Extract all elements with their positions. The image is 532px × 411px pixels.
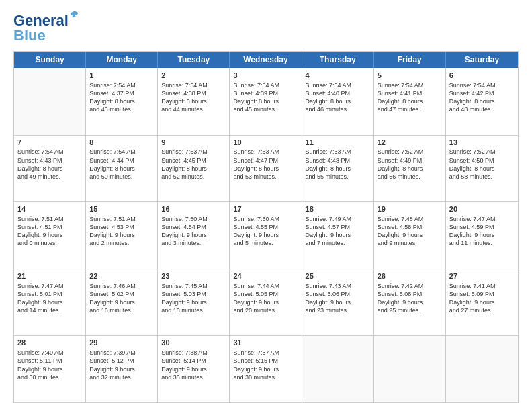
- logo-general: General: [13, 12, 69, 29]
- header-day-wednesday: Wednesday: [230, 52, 302, 68]
- cal-cell-6: 6Sunrise: 7:54 AMSunset: 4:42 PMDaylight…: [446, 68, 518, 135]
- day-number: 25: [306, 271, 370, 281]
- day-number: 11: [306, 138, 370, 148]
- day-number: 16: [161, 204, 226, 214]
- cal-cell-14: 14Sunrise: 7:51 AMSunset: 4:51 PMDayligh…: [14, 202, 86, 269]
- empty-cell: [14, 68, 86, 135]
- cell-info: Sunrise: 7:52 AMSunset: 4:49 PMDaylight:…: [378, 148, 442, 181]
- cell-info: Sunrise: 7:40 AMSunset: 5:11 PMDaylight:…: [17, 349, 82, 381]
- cal-cell-21: 21Sunrise: 7:47 AMSunset: 5:01 PMDayligh…: [14, 269, 86, 336]
- day-number: 21: [17, 271, 82, 281]
- day-number: 26: [378, 271, 442, 281]
- cal-cell-15: 15Sunrise: 7:51 AMSunset: 4:53 PMDayligh…: [86, 202, 158, 269]
- day-number: 7: [17, 138, 82, 148]
- cell-info: Sunrise: 7:38 AMSunset: 5:14 PMDaylight:…: [161, 349, 226, 381]
- cell-info: Sunrise: 7:51 AMSunset: 4:51 PMDaylight:…: [17, 215, 82, 248]
- cell-info: Sunrise: 7:54 AMSunset: 4:42 PMDaylight:…: [449, 81, 515, 114]
- cal-cell-29: 29Sunrise: 7:39 AMSunset: 5:12 PMDayligh…: [86, 336, 158, 402]
- cal-cell-9: 9Sunrise: 7:53 AMSunset: 4:45 PMDaylight…: [158, 136, 230, 202]
- cal-row-3: 21Sunrise: 7:47 AMSunset: 5:01 PMDayligh…: [14, 269, 518, 336]
- cell-info: Sunrise: 7:54 AMSunset: 4:41 PMDaylight:…: [378, 81, 442, 114]
- cell-info: Sunrise: 7:37 AMSunset: 5:15 PMDaylight:…: [233, 349, 298, 381]
- cal-cell-8: 8Sunrise: 7:54 AMSunset: 4:44 PMDaylight…: [86, 136, 158, 202]
- day-number: 24: [233, 271, 298, 281]
- day-number: 9: [161, 138, 226, 148]
- cell-info: Sunrise: 7:54 AMSunset: 4:38 PMDaylight:…: [161, 81, 226, 114]
- cal-cell-1: 1Sunrise: 7:54 AMSunset: 4:37 PMDaylight…: [86, 68, 158, 135]
- cell-info: Sunrise: 7:43 AMSunset: 5:06 PMDaylight:…: [306, 282, 370, 315]
- header-day-sunday: Sunday: [14, 52, 86, 68]
- calendar-body: 1Sunrise: 7:54 AMSunset: 4:37 PMDaylight…: [14, 68, 518, 402]
- day-number: 5: [378, 71, 442, 81]
- cal-cell-11: 11Sunrise: 7:53 AMSunset: 4:48 PMDayligh…: [302, 136, 374, 202]
- cal-cell-31: 31Sunrise: 7:37 AMSunset: 5:15 PMDayligh…: [230, 336, 302, 402]
- cal-row-4: 28Sunrise: 7:40 AMSunset: 5:11 PMDayligh…: [14, 335, 518, 402]
- cell-info: Sunrise: 7:53 AMSunset: 4:48 PMDaylight:…: [306, 148, 370, 181]
- empty-cell: [302, 336, 374, 402]
- cal-row-2: 14Sunrise: 7:51 AMSunset: 4:51 PMDayligh…: [14, 201, 518, 269]
- cell-info: Sunrise: 7:42 AMSunset: 5:08 PMDaylight:…: [378, 282, 442, 315]
- cal-cell-30: 30Sunrise: 7:38 AMSunset: 5:14 PMDayligh…: [158, 336, 230, 402]
- day-number: 12: [378, 138, 442, 148]
- header-day-saturday: Saturday: [446, 52, 518, 68]
- day-number: 22: [89, 271, 154, 281]
- day-number: 15: [89, 204, 154, 214]
- cell-info: Sunrise: 7:54 AMSunset: 4:44 PMDaylight:…: [89, 148, 154, 181]
- day-number: 19: [378, 204, 442, 214]
- cell-info: Sunrise: 7:54 AMSunset: 4:37 PMDaylight:…: [89, 81, 154, 114]
- cell-info: Sunrise: 7:51 AMSunset: 4:53 PMDaylight:…: [89, 215, 154, 248]
- cal-cell-23: 23Sunrise: 7:45 AMSunset: 5:03 PMDayligh…: [158, 269, 230, 336]
- cell-info: Sunrise: 7:47 AMSunset: 4:59 PMDaylight:…: [449, 215, 515, 248]
- header-day-monday: Monday: [86, 52, 158, 68]
- cal-cell-25: 25Sunrise: 7:43 AMSunset: 5:06 PMDayligh…: [302, 269, 374, 336]
- day-number: 1: [89, 71, 154, 81]
- cell-info: Sunrise: 7:54 AMSunset: 4:40 PMDaylight:…: [306, 81, 370, 114]
- day-number: 3: [233, 71, 298, 81]
- day-number: 10: [233, 138, 298, 148]
- day-number: 13: [449, 138, 515, 148]
- cell-info: Sunrise: 7:41 AMSunset: 5:09 PMDaylight:…: [449, 282, 515, 315]
- cal-cell-16: 16Sunrise: 7:50 AMSunset: 4:54 PMDayligh…: [158, 202, 230, 269]
- logo-bird-icon: [67, 9, 79, 21]
- cal-cell-24: 24Sunrise: 7:44 AMSunset: 5:05 PMDayligh…: [230, 269, 302, 336]
- cell-info: Sunrise: 7:54 AMSunset: 4:43 PMDaylight:…: [17, 148, 82, 181]
- cell-info: Sunrise: 7:52 AMSunset: 4:50 PMDaylight:…: [449, 148, 515, 181]
- cal-row-0: 1Sunrise: 7:54 AMSunset: 4:37 PMDaylight…: [14, 68, 518, 135]
- cell-info: Sunrise: 7:50 AMSunset: 4:55 PMDaylight:…: [233, 215, 298, 248]
- day-number: 2: [161, 71, 226, 81]
- cell-info: Sunrise: 7:54 AMSunset: 4:39 PMDaylight:…: [233, 81, 298, 114]
- cell-info: Sunrise: 7:53 AMSunset: 4:45 PMDaylight:…: [161, 148, 226, 181]
- day-number: 18: [306, 204, 370, 214]
- day-number: 20: [449, 204, 515, 214]
- cal-cell-3: 3Sunrise: 7:54 AMSunset: 4:39 PMDaylight…: [230, 68, 302, 135]
- page: General Blue SundayMondayTuesdayWednesda…: [0, 0, 532, 411]
- cal-cell-20: 20Sunrise: 7:47 AMSunset: 4:59 PMDayligh…: [446, 202, 518, 269]
- cal-cell-5: 5Sunrise: 7:54 AMSunset: 4:41 PMDaylight…: [374, 68, 446, 135]
- cell-info: Sunrise: 7:53 AMSunset: 4:47 PMDaylight:…: [233, 148, 298, 181]
- day-number: 29: [89, 338, 154, 348]
- cell-info: Sunrise: 7:47 AMSunset: 5:01 PMDaylight:…: [17, 282, 82, 315]
- cell-info: Sunrise: 7:48 AMSunset: 4:58 PMDaylight:…: [378, 215, 442, 248]
- cal-row-1: 7Sunrise: 7:54 AMSunset: 4:43 PMDaylight…: [14, 135, 518, 202]
- cal-cell-12: 12Sunrise: 7:52 AMSunset: 4:49 PMDayligh…: [374, 136, 446, 202]
- header-day-friday: Friday: [374, 52, 446, 68]
- cal-cell-4: 4Sunrise: 7:54 AMSunset: 4:40 PMDaylight…: [302, 68, 374, 135]
- day-number: 14: [17, 204, 82, 214]
- day-number: 6: [449, 71, 515, 81]
- cal-cell-22: 22Sunrise: 7:46 AMSunset: 5:02 PMDayligh…: [86, 269, 158, 336]
- day-number: 17: [233, 204, 298, 214]
- empty-cell: [446, 336, 518, 402]
- cell-info: Sunrise: 7:46 AMSunset: 5:02 PMDaylight:…: [89, 282, 154, 315]
- day-number: 31: [233, 338, 298, 348]
- cell-info: Sunrise: 7:50 AMSunset: 4:54 PMDaylight:…: [161, 215, 226, 248]
- cell-info: Sunrise: 7:45 AMSunset: 5:03 PMDaylight:…: [161, 282, 226, 315]
- cell-info: Sunrise: 7:44 AMSunset: 5:05 PMDaylight:…: [233, 282, 298, 315]
- day-number: 4: [306, 71, 370, 81]
- cal-cell-19: 19Sunrise: 7:48 AMSunset: 4:58 PMDayligh…: [374, 202, 446, 269]
- day-number: 23: [161, 271, 226, 281]
- cal-cell-10: 10Sunrise: 7:53 AMSunset: 4:47 PMDayligh…: [230, 136, 302, 202]
- cal-cell-26: 26Sunrise: 7:42 AMSunset: 5:08 PMDayligh…: [374, 269, 446, 336]
- header: General Blue: [13, 12, 519, 44]
- cal-cell-18: 18Sunrise: 7:49 AMSunset: 4:57 PMDayligh…: [302, 202, 374, 269]
- day-number: 8: [89, 138, 154, 148]
